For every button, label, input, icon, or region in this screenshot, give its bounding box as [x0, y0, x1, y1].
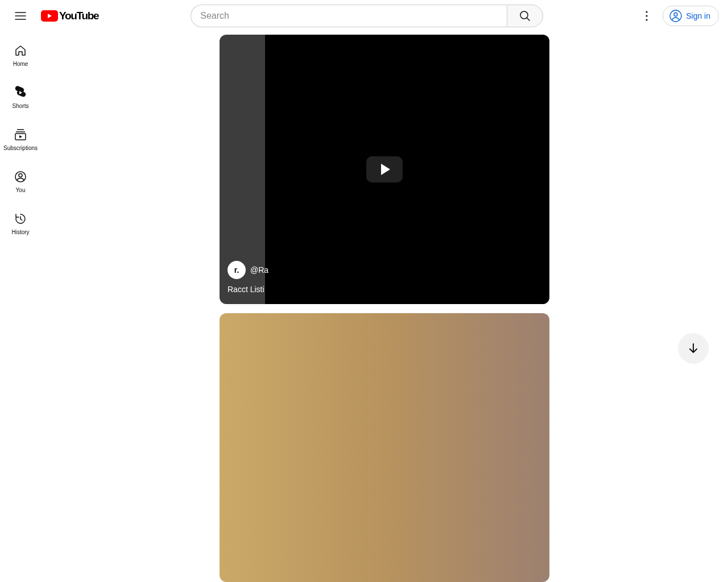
signin-label: Sign in: [686, 11, 710, 20]
shorts-player[interactable]: r. @Ra Racct Listi: [220, 35, 549, 304]
search-input[interactable]: [191, 5, 507, 27]
svg-point-8: [19, 173, 22, 177]
header-center: [98, 5, 635, 27]
sidebar-item-home[interactable]: Home: [2, 34, 39, 76]
hamburger-icon: [14, 9, 27, 23]
sidebar-item-label: Subscriptions: [3, 145, 38, 151]
shorts-video-area: [265, 35, 549, 304]
next-short-preview[interactable]: [220, 313, 549, 583]
search-button[interactable]: [507, 5, 543, 27]
youtube-logo-text: YouTube: [59, 10, 98, 22]
sidebar-item-label: History: [11, 229, 29, 235]
guide-menu-button[interactable]: [9, 5, 32, 27]
svg-point-2: [646, 15, 648, 16]
search-container: [191, 5, 543, 27]
you-icon: [14, 170, 27, 184]
home-icon: [14, 44, 27, 57]
svg-point-3: [646, 19, 648, 20]
short-title: Racct Listi: [228, 285, 268, 294]
next-short-button[interactable]: [678, 333, 709, 364]
main-content: r. @Ra Racct Listi: [41, 32, 728, 582]
sidebar-item-label: Shorts: [13, 103, 29, 109]
more-vertical-icon: [640, 9, 653, 23]
shorts-icon: [14, 86, 27, 99]
sidebar-item-history[interactable]: History: [2, 202, 39, 244]
play-button[interactable]: [366, 156, 403, 182]
channel-handle[interactable]: @Ra: [250, 265, 268, 275]
sidebar-item-you[interactable]: You: [2, 160, 39, 202]
subscriptions-icon: [14, 128, 27, 142]
svg-point-1: [646, 11, 648, 13]
sidebar-item-shorts[interactable]: Shorts: [2, 76, 39, 118]
signin-button[interactable]: Sign in: [663, 6, 719, 26]
youtube-play-icon: [41, 10, 58, 22]
sidebar-item-subscriptions[interactable]: Subscriptions: [2, 118, 39, 160]
channel-row[interactable]: r. @Ra: [228, 261, 268, 279]
svg-point-5: [674, 13, 677, 16]
shorts-info: r. @Ra Racct Listi: [228, 261, 268, 294]
user-circle-icon: [669, 9, 682, 23]
header: YouTube Sign in: [0, 0, 728, 32]
search-icon: [518, 9, 532, 23]
sidebar-item-label: You: [16, 187, 26, 193]
sidebar-item-label: Home: [13, 61, 28, 67]
header-start: YouTube: [9, 5, 98, 27]
channel-avatar[interactable]: r.: [228, 261, 246, 279]
history-icon: [14, 212, 27, 226]
arrow-down-icon: [686, 342, 700, 355]
header-end: Sign in: [635, 5, 719, 27]
settings-more-button[interactable]: [635, 5, 658, 27]
youtube-logo[interactable]: YouTube: [41, 10, 98, 22]
sidebar: Home Shorts Subscriptions You History: [0, 32, 41, 582]
